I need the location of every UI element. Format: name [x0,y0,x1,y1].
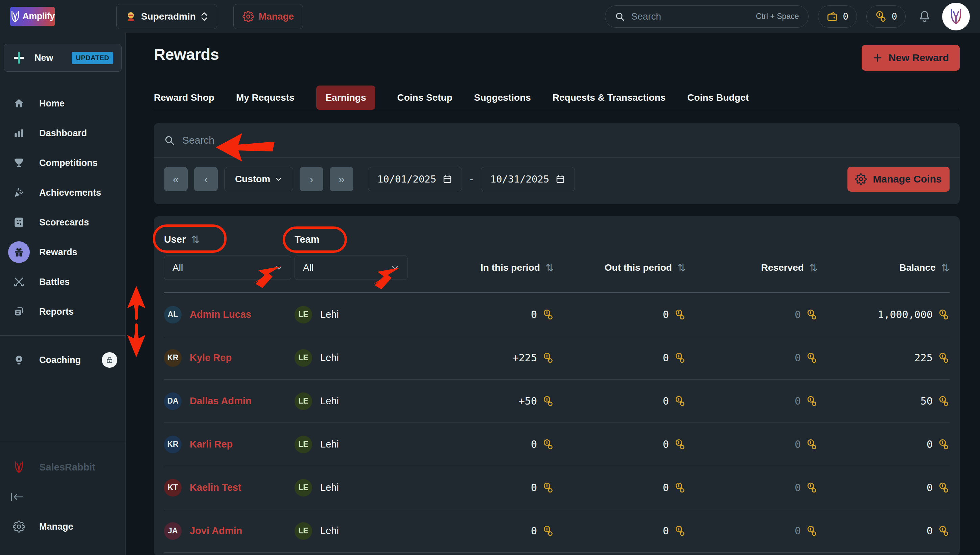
team-avatar: LE [294,436,312,453]
range-mode-dropdown[interactable]: Custom [224,167,293,191]
user-filter-select[interactable]: All [164,255,291,280]
new-reward-label: New Reward [889,52,949,64]
table-body: AL Admin Lucas LE Lehi 0 0 0 1,000,000 K… [164,293,949,553]
date-to-input[interactable]: 10/31/2025 [481,167,575,191]
in-this-period-header[interactable]: In this period ⇅ [422,262,554,274]
notifications-button[interactable] [919,10,931,22]
user-column-header[interactable]: User ⇅ [164,234,294,245]
sidebar-item-reports[interactable]: Reports [0,297,125,327]
tab-requests-transactions[interactable]: Requests & Transactions [553,85,666,110]
out-this-period-cell: 0 [554,309,686,321]
coins-icon [938,439,949,450]
sidebar-item-label: Competitions [39,158,98,168]
coins-icon [938,395,949,407]
column-label: Out this period [605,262,672,273]
in-this-period-cell: 0 [422,525,554,537]
amplify-logo[interactable]: Amplify [10,7,55,26]
user-name-link[interactable]: Kyle Rep [190,352,294,363]
sidebar-footer-divider [0,442,125,442]
team-avatar: LE [294,479,312,497]
coins-icon [806,395,818,407]
user-name-link[interactable]: Admin Lucas [190,309,294,320]
coins-icon [806,309,818,321]
global-search-input[interactable]: Search Ctrl + Space [605,5,808,28]
prev-page-button[interactable]: ‹ [194,167,218,191]
out-this-period-header[interactable]: Out this period ⇅ [554,262,686,274]
coins-balance-pill[interactable]: 0 [866,5,906,28]
table-row[interactable]: JA Jovi Admin LE Lehi 0 0 0 0 [164,509,949,553]
coins-icon [938,525,949,537]
table-row[interactable]: DA Dallas Admin LE Lehi +50 0 0 50 [164,380,949,423]
user-avatar[interactable] [942,3,970,30]
plus-icon [872,53,883,63]
manage-coins-button[interactable]: Manage Coins [847,167,949,192]
user-name-link[interactable]: Dallas Admin [190,395,294,407]
user-name-link[interactable]: Karli Rep [190,439,294,450]
tab-earnings[interactable]: Earnings [316,85,376,110]
reserved-cell: 0 [686,352,818,364]
table-row[interactable]: KT Kaelin Test LE Lehi 0 0 0 0 [164,466,949,509]
sidebar-item-scorecards[interactable]: Scorecards [0,207,125,237]
team-name: Lehi [320,395,422,407]
coins-icon [542,439,554,450]
sidebar-item-competitions[interactable]: Competitions [0,148,125,178]
sidebar-new-button[interactable]: New UPDATED [4,44,122,72]
date-from-input[interactable]: 10/01/2025 [368,167,462,191]
coins-icon [542,309,554,321]
first-page-button[interactable]: « [164,167,188,191]
reserved-cell: 0 [686,309,818,321]
sidebar-item-rewards[interactable]: Rewards [0,237,125,267]
wallet-balance-pill[interactable]: 0 [818,5,856,28]
collapse-sidebar-button[interactable] [0,482,125,512]
tab-suggestions[interactable]: Suggestions [474,85,531,110]
team-filter-select[interactable]: All [294,255,408,280]
tab-reward-shop[interactable]: Reward Shop [154,85,214,110]
sort-icon: ⇅ [545,262,554,274]
main-content: Rewards New Reward Reward Shop My Reques… [126,33,980,555]
chevron-down-icon [391,264,399,272]
team-name: Lehi [320,525,422,536]
new-reward-button[interactable]: New Reward [862,45,960,71]
sidebar-manage-label: Manage [39,521,73,532]
sidebar-item-coaching[interactable]: Coaching [0,345,125,375]
sidebar-item-home[interactable]: Home [0,88,125,118]
sidebar-item-achievements[interactable]: Achievements [0,178,125,207]
sidebar: New UPDATED Home Dashboard [0,33,126,555]
role-selector[interactable]: Superadmin [116,4,217,29]
scorecard-icon [8,212,30,233]
table-row[interactable]: KR Kyle Rep LE Lehi +225 0 0 225 [164,336,949,380]
tab-my-requests[interactable]: My Requests [236,85,294,110]
date-range-separator: - [470,173,473,185]
reserved-header[interactable]: Reserved ⇅ [686,262,818,274]
last-page-button[interactable]: » [330,167,353,191]
out-this-period-cell: 0 [554,352,686,364]
home-icon [8,93,30,114]
tab-coins-setup[interactable]: Coins Setup [397,85,452,110]
sidebar-item-battles[interactable]: Battles [0,267,125,297]
balance-cell: 1,000,000 [818,309,949,321]
balance-header[interactable]: Balance ⇅ [818,262,949,274]
out-this-period-cell: 0 [554,482,686,494]
in-this-period-cell: 0 [422,309,554,321]
reserved-cell: 0 [686,482,818,494]
sidebar-item-dashboard[interactable]: Dashboard [0,118,125,148]
sidebar-item-label: Dashboard [39,128,87,139]
topbar-manage-button[interactable]: Manage [233,4,303,29]
date-to-value: 10/31/2025 [490,173,549,185]
balance-cell: 0 [818,438,949,450]
earnings-search-input[interactable]: Search [154,123,960,158]
user-name-link[interactable]: Kaelin Test [190,482,294,493]
tab-coins-budget[interactable]: Coins Budget [687,85,749,110]
coins-icon [674,309,686,321]
table-row[interactable]: KR Karli Rep LE Lehi 0 0 0 0 [164,423,949,466]
next-page-button[interactable]: › [300,167,323,191]
team-column-header[interactable]: Team [294,234,422,245]
sidebar-manage-button[interactable]: Manage [0,512,125,542]
role-label: Superadmin [141,11,196,22]
plus-icon [12,51,26,64]
user-avatar: AL [164,306,182,324]
manage-coins-label: Manage Coins [873,173,941,185]
team-name: Lehi [320,482,422,493]
table-row[interactable]: AL Admin Lucas LE Lehi 0 0 0 1,000,000 [164,293,949,336]
user-name-link[interactable]: Jovi Admin [190,525,294,536]
